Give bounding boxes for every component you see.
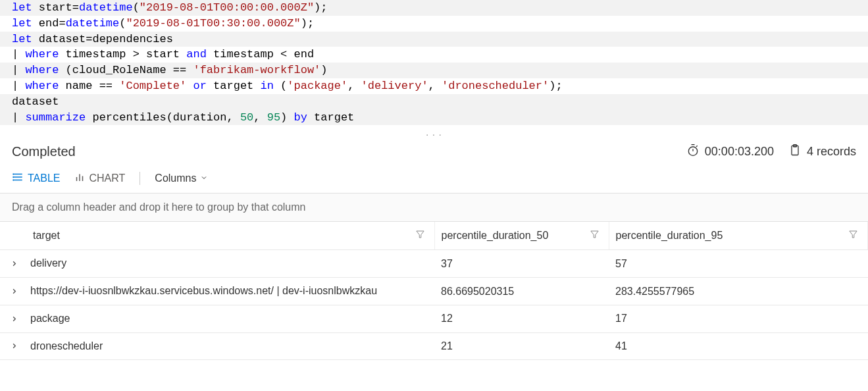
duration-indicator: 00:00:03.200 <box>686 143 774 160</box>
cell-p50: 12 <box>434 305 609 332</box>
cell-p50: 37 <box>434 250 609 278</box>
cell-p95: 283.4255577965 <box>609 278 868 305</box>
resize-handle[interactable]: · · · <box>0 125 868 138</box>
filter-icon[interactable] <box>848 230 858 242</box>
table-row[interactable]: delivery3757 <box>0 250 868 278</box>
tab-chart[interactable]: CHART <box>74 171 126 186</box>
status-bar: Completed 00:00:03.200 4 records <box>0 138 868 167</box>
query-editor[interactable]: let start=datetime("2019-08-01T00:00:00.… <box>0 0 868 125</box>
header-row: target percentile_duration_50 percentile… <box>0 222 868 250</box>
tab-table-label: TABLE <box>28 172 61 184</box>
duration-value: 00:00:03.200 <box>705 145 774 159</box>
cell-target: delivery <box>0 250 434 278</box>
table-row[interactable]: dronescheduler2141 <box>0 332 868 360</box>
tab-chart-label: CHART <box>89 172 126 184</box>
separator <box>140 172 140 185</box>
table-icon <box>12 171 24 186</box>
svg-marker-13 <box>590 231 598 238</box>
column-label: percentile_duration_95 <box>616 230 723 241</box>
cell-target: https://dev-i-iuosnlbwkzkau.servicebus.w… <box>0 278 434 305</box>
results-table: target percentile_duration_50 percentile… <box>0 222 868 360</box>
column-header-p50[interactable]: percentile_duration_50 <box>434 222 609 250</box>
group-drop-zone[interactable]: Drag a column header and drop it here to… <box>0 193 868 222</box>
columns-label: Columns <box>155 172 196 184</box>
cell-target: dronescheduler <box>0 332 434 360</box>
clipboard-icon <box>788 143 802 160</box>
columns-button[interactable]: Columns <box>155 172 208 184</box>
svg-marker-12 <box>416 231 423 238</box>
cell-p95: 41 <box>609 332 868 360</box>
chart-icon <box>74 171 86 186</box>
status-text: Completed <box>12 144 686 159</box>
cell-target: package <box>0 305 434 332</box>
column-header-p95[interactable]: percentile_duration_95 <box>609 222 868 250</box>
column-header-target[interactable]: target <box>0 222 434 250</box>
cell-p95: 17 <box>609 305 868 332</box>
table-row[interactable]: package1217 <box>0 305 868 332</box>
tab-table[interactable]: TABLE <box>12 171 61 186</box>
chevron-right-icon[interactable] <box>11 340 26 352</box>
column-label: target <box>33 230 60 241</box>
chevron-right-icon[interactable] <box>11 258 26 270</box>
table-row[interactable]: https://dev-i-iuosnlbwkzkau.servicebus.w… <box>0 278 868 305</box>
filter-icon[interactable] <box>415 230 425 242</box>
cell-p50: 21 <box>434 332 609 360</box>
view-tabs: TABLE CHART Columns <box>0 167 868 190</box>
status-right: 00:00:03.200 4 records <box>686 143 856 160</box>
filter-icon[interactable] <box>590 230 600 242</box>
cell-p50: 86.6695020315 <box>434 278 609 305</box>
column-label: percentile_duration_50 <box>442 230 549 241</box>
stopwatch-icon <box>686 143 700 160</box>
chevron-right-icon[interactable] <box>11 286 26 298</box>
records-value: 4 records <box>807 145 856 159</box>
chevron-right-icon[interactable] <box>11 313 26 325</box>
svg-marker-14 <box>850 231 857 238</box>
records-indicator: 4 records <box>788 143 856 160</box>
cell-p95: 57 <box>609 250 868 278</box>
chevron-down-icon <box>200 172 208 184</box>
